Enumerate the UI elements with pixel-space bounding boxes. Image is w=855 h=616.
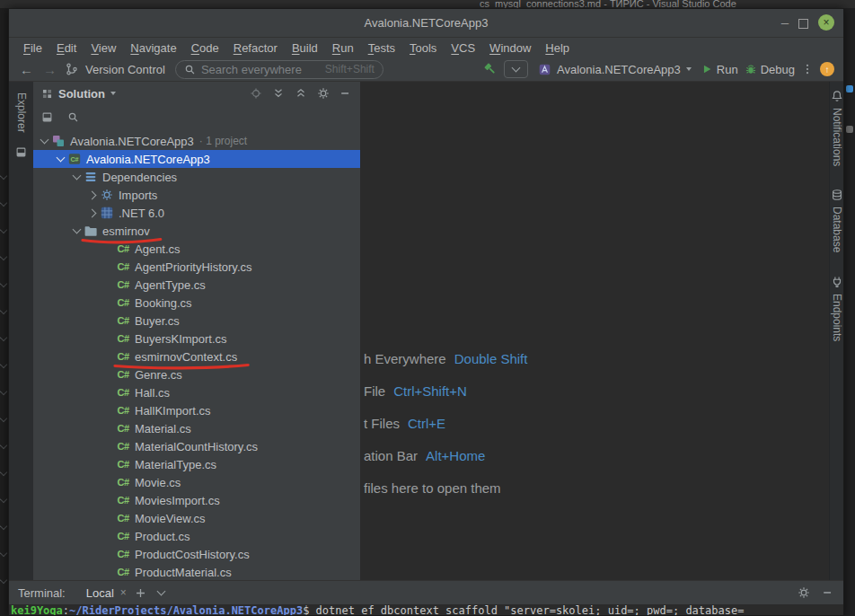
expand-all-icon[interactable]	[272, 86, 285, 101]
build-hammer-icon[interactable]	[483, 62, 498, 76]
tree-item-dependencies[interactable]: Dependencies	[33, 168, 360, 186]
search-icon[interactable]	[67, 110, 79, 124]
menu-tests[interactable]: Tests	[361, 41, 402, 55]
menu-run[interactable]: Run	[325, 41, 361, 55]
tool-button-explorer[interactable]: Explorer	[15, 92, 28, 133]
run-button[interactable]: Run	[701, 62, 738, 76]
tool-window-icon[interactable]	[14, 145, 29, 160]
tree-item-label: MaterialCountHistory.cs	[135, 440, 258, 453]
csharp-icon: C#	[116, 529, 130, 543]
tree-item-movieview-cs[interactable]: C#MovieView.cs	[33, 509, 360, 527]
tree-item-buyer-cs[interactable]: C#Buyer.cs	[33, 312, 360, 330]
terminal-tab-local[interactable]: Local ×	[86, 586, 127, 600]
terminal-output[interactable]: kei9Yoga:~/RiderProjects/Avalonia.NETCor…	[9, 604, 843, 615]
csharp-icon: C#	[116, 457, 130, 471]
tree-item-moviesimport-cs[interactable]: C#MoviesImport.cs	[33, 491, 360, 509]
editor-area[interactable]: h EverywhereDouble ShiftFileCtrl+Shift+N…	[361, 82, 829, 580]
screen: cs_mysql_connections3.md - ТИРИС - Visua…	[0, 0, 855, 616]
tree-item-imports[interactable]: Imports	[33, 186, 360, 204]
tree-item-agent-cs[interactable]: C#Agent.cs	[33, 240, 360, 258]
tree-item-esmirnov[interactable]: esmirnov	[33, 222, 360, 240]
forward-button[interactable]: →	[41, 63, 58, 76]
solution-panel-header: Solution	[33, 82, 360, 105]
tool-button-notifications[interactable]: Notifications	[831, 89, 843, 166]
tree-item-hall-cs[interactable]: C#Hall.cs	[33, 383, 360, 401]
tree-item-esmirnovcontext-cs[interactable]: C#esmirnovContext.cs	[33, 348, 360, 365]
menu-vcs[interactable]: VCS	[444, 41, 482, 55]
chevron-down-icon[interactable]	[69, 175, 84, 179]
chevron-right-icon[interactable]	[85, 210, 100, 216]
chevron-down-icon[interactable]	[53, 157, 67, 161]
close-tab-icon[interactable]: ×	[120, 586, 127, 599]
terminal-dropdown-icon[interactable]	[154, 591, 169, 594]
tree-item-hallkimport-cs[interactable]: C#HallKImport.cs	[33, 401, 360, 419]
tree-item-materialtype-cs[interactable]: C#MaterialType.cs	[33, 455, 360, 473]
version-control-widget[interactable]: Version Control	[85, 63, 165, 76]
bell-icon	[831, 89, 843, 103]
new-terminal-icon[interactable]	[135, 585, 146, 600]
terminal-tab-label: Local	[86, 586, 114, 600]
tree-item-agenttype-cs[interactable]: C#AgentType.cs	[33, 276, 360, 294]
view-mode-icon[interactable]	[41, 110, 53, 124]
play-icon	[701, 62, 713, 76]
gear-icon[interactable]	[798, 585, 810, 600]
menu-refactor[interactable]: Refactor	[226, 41, 285, 55]
menu-code[interactable]: Code	[184, 41, 226, 55]
tree-item-productmaterial-cs[interactable]: C#ProductMaterial.cs	[33, 563, 360, 580]
tree-item-product-cs[interactable]: C#Product.cs	[33, 527, 360, 545]
gear-icon[interactable]	[317, 86, 330, 101]
tree-item-productcosthistory-cs[interactable]: C#ProductCostHistory.cs	[33, 545, 360, 563]
debug-button[interactable]: Debug	[745, 62, 795, 76]
chevron-right-icon[interactable]	[85, 192, 100, 198]
chevron-down-icon[interactable]	[69, 229, 84, 233]
terminal-command: dotnet ef dbcontext scaffold "server=sko…	[309, 604, 744, 615]
maximize-button[interactable]	[798, 19, 808, 29]
chevron-down-icon[interactable]	[37, 139, 51, 143]
toolbar-dropdown[interactable]	[504, 60, 528, 78]
close-button[interactable]	[818, 14, 834, 31]
tree-item-genre-cs[interactable]: C#Genre.cs	[33, 365, 360, 383]
menu-help[interactable]: Help	[538, 41, 577, 55]
background-fold-chevron	[0, 576, 7, 584]
debug-label: Debug	[761, 63, 795, 76]
tree-item--net-6-0[interactable]: .NET 6.0	[33, 204, 360, 222]
tool-button-database[interactable]: Database	[831, 188, 843, 252]
panel-title[interactable]: Solution	[58, 87, 105, 101]
background-vscode-titlebar[interactable]: cs_mysql_connections3.md - ТИРИС - Visua…	[0, 0, 855, 8]
update-notification-dot[interactable]	[820, 62, 834, 76]
background-vscode-right-edge	[844, 8, 855, 616]
locate-file-icon[interactable]	[250, 86, 262, 101]
run-config-selector[interactable]: Avalonia.NETCoreApp3	[534, 62, 694, 76]
menu-build[interactable]: Build	[285, 41, 325, 55]
menu-navigate[interactable]: Navigate	[123, 41, 183, 55]
tool-button-endpoints[interactable]: Endpoints	[831, 275, 843, 341]
menu-tools[interactable]: Tools	[402, 41, 444, 55]
tree-item-avalonia-netcoreapp3[interactable]: Avalonia.NETCoreApp3· 1 project	[33, 132, 360, 150]
tree-item-movie-cs[interactable]: C#Movie.cs	[33, 473, 360, 491]
tree-item-label: Avalonia.NETCoreApp3	[70, 135, 194, 148]
tree-item-material-cs[interactable]: C#Material.cs	[33, 419, 360, 437]
menu-view[interactable]: View	[84, 41, 123, 55]
tree-item-buyerskimport-cs[interactable]: C#BuyersKImport.cs	[33, 330, 360, 348]
minimize-button[interactable]: –	[781, 14, 789, 31]
tree-item-label: ProductCostHistory.cs	[135, 548, 250, 561]
back-button[interactable]: ←	[18, 63, 35, 76]
search-everywhere-box[interactable]: Search everywhere Shift+Shift	[175, 60, 383, 79]
background-vscode-left-edge	[0, 8, 8, 616]
tree-item-label: Dependencies	[102, 171, 177, 184]
hide-panel-icon[interactable]	[339, 86, 352, 101]
tree-item-booking-cs[interactable]: C#Booking.cs	[33, 294, 360, 312]
tree-item-materialcounthistory-cs[interactable]: C#MaterialCountHistory.cs	[33, 437, 360, 455]
menu-edit[interactable]: Edit	[49, 41, 84, 55]
rider-titlebar[interactable]: Avalonia.NETCoreApp3 –	[9, 9, 843, 38]
hide-panel-icon[interactable]	[822, 585, 834, 600]
menu-file[interactable]: File	[16, 41, 49, 55]
menu-window[interactable]: Window	[482, 41, 538, 55]
dotnet-icon	[100, 206, 114, 220]
chevron-down-icon	[512, 64, 521, 73]
more-actions-icon[interactable]	[801, 62, 814, 76]
tree-item-agentpriorityhistory-cs[interactable]: C#AgentPriorityHistory.cs	[33, 258, 360, 276]
tree-item-avalonia-netcoreapp3[interactable]: C#Avalonia.NETCoreApp3	[33, 150, 360, 168]
collapse-all-icon[interactable]	[295, 86, 307, 101]
caret-down-icon[interactable]	[110, 92, 116, 95]
